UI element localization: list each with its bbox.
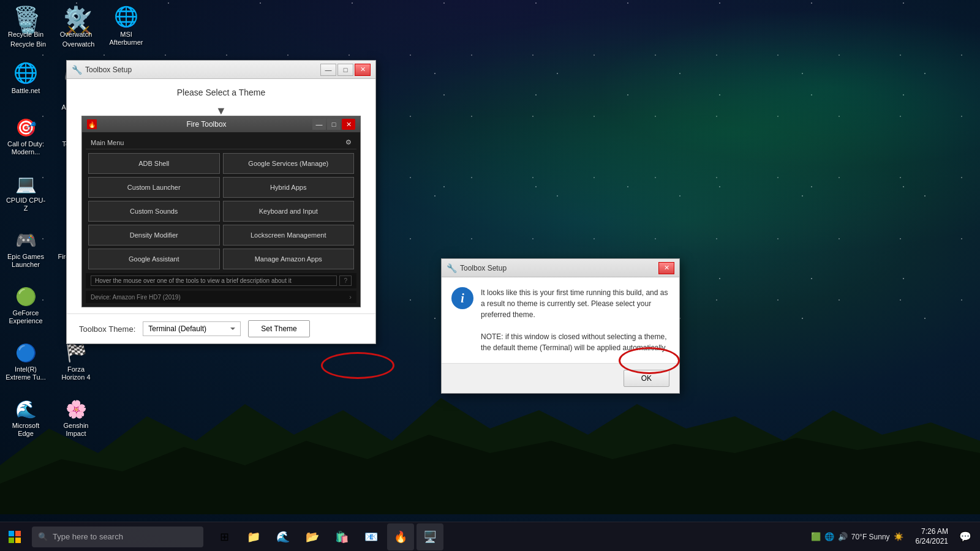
custom-launcher-btn[interactable]: Custom Launcher (88, 177, 220, 198)
epic-img: 🎮 (15, 230, 37, 250)
intel-text: Intel(R) Extreme Tu... (5, 365, 47, 381)
dialog-title: Toolbox Setup (460, 264, 658, 272)
ft-arrow: › (349, 293, 352, 301)
ft-menubar: Main Menu ⚙ (86, 136, 356, 149)
icon-battlenet[interactable]: 🌐 Battle.net (2, 59, 49, 97)
google-services-btn[interactable]: Google Services (Manage) (223, 153, 355, 174)
ft-maximize[interactable]: □ (327, 119, 341, 130)
ft-device-bar: Device: Amazon Fire HD7 (2019) › (86, 291, 356, 303)
ft-controls: — □ ✕ (312, 119, 355, 130)
fire-toolbox-window-title: Fire Toolbox (100, 120, 312, 129)
icon-recycle-bin[interactable]: 🗑️ Recycle Bin (2, 2, 49, 41)
theme-select-titlebar[interactable]: 🔧 Toolbox Setup — □ ✕ (67, 61, 375, 79)
theme-window-title: Toolbox Setup (85, 66, 320, 74)
date-display: 6/24/2021 (916, 537, 948, 547)
svg-rect-4 (9, 538, 14, 543)
battlenet-img: 🌐 (13, 61, 38, 84)
icon-epic[interactable]: 🎮 Epic Games Launcher (2, 228, 49, 271)
icon-edge[interactable]: 🌊 Microsoft Edge (2, 397, 49, 440)
mountains-bg (0, 392, 980, 514)
keyboard-input-btn[interactable]: Keyboard and Input (223, 201, 355, 222)
theme-select-window: 🔧 Toolbox Setup — □ ✕ Please Select a Th… (66, 60, 376, 344)
fire-toolbox-inner-window: 🔥 Fire Toolbox — □ ✕ Main Menu ⚙ (81, 116, 361, 307)
genshin-img: 🌸 (66, 399, 87, 419)
search-text: Type here to search (53, 532, 123, 541)
search-icon: 🔍 (38, 532, 48, 541)
file-explorer-btn[interactable]: 📁 (240, 523, 267, 550)
screen-btn[interactable]: 🖥️ (417, 523, 443, 550)
set-theme-container: Set Theme (248, 320, 309, 337)
lockscreen-btn[interactable]: Lockscreen Management (223, 225, 355, 246)
edge-text: Microsoft Edge (5, 422, 47, 438)
close-btn[interactable]: ✕ (355, 64, 371, 76)
icon-geforce[interactable]: 🟢 GeForce Experience (2, 284, 49, 328)
cursor-indicator: ▼ (216, 105, 227, 113)
dialog-close-btn[interactable]: ✕ (658, 262, 674, 274)
density-modifier-btn[interactable]: Density Modifier (88, 225, 220, 246)
set-theme-btn[interactable]: Set Theme (248, 320, 309, 337)
theme-dropdown[interactable]: Terminal (Default) (143, 321, 241, 336)
google-assistant-btn[interactable]: Google Assistant (88, 249, 220, 269)
overwatch-label: Overwatch (62, 40, 95, 48)
theme-selector-row: Toolbox Theme: Terminal (Default) Set Th… (67, 313, 375, 343)
dialog-footer: OK (442, 363, 679, 393)
fire-toolbox-titlebar[interactable]: 🔥 Fire Toolbox — □ ✕ (82, 116, 360, 132)
recycle-bin-text: Recycle Bin (8, 31, 43, 39)
adb-shell-btn[interactable]: ADB Shell (88, 153, 220, 174)
battlenet-text: Battle.net (12, 87, 40, 95)
icon-genshin[interactable]: 🌸 Genshin Impact (53, 397, 99, 440)
ft-close[interactable]: ✕ (342, 119, 355, 130)
manage-amazon-btn[interactable]: Manage Amazon Apps (223, 249, 355, 269)
icon-intel[interactable]: 🔵 Intel(R) Extreme Tu... (2, 340, 49, 384)
store-btn[interactable]: 🛍️ (328, 523, 355, 550)
geforce-text: GeForce Experience (5, 309, 47, 325)
msi-taskbar-btn[interactable]: 🔥 (387, 523, 414, 550)
cpuid-img: 💻 (15, 174, 37, 194)
ft-minimize[interactable]: — (312, 119, 326, 130)
ft-icon: 🔥 (87, 119, 97, 129)
dialog-titlebar[interactable]: 🔧 Toolbox Setup ✕ (442, 259, 679, 277)
weather-text: 70°F Sunny (851, 533, 890, 541)
icon-cpuid[interactable]: 💻 CPUID CPU-Z (2, 171, 49, 215)
explorer-btn2[interactable]: 📂 (299, 523, 326, 550)
start-button[interactable] (0, 522, 29, 552)
maximize-btn[interactable]: □ (337, 64, 353, 76)
ft-status-text: Hover the mouse over one of the tools to… (91, 276, 337, 286)
theme-window-controls: — □ ✕ (320, 64, 371, 76)
msi-text: MSI Afterburner (105, 31, 147, 47)
genshin-text: Genshin Impact (55, 422, 97, 438)
task-view-btn[interactable]: ⊞ (211, 523, 238, 550)
desktop: 🗑️ Recycle Bin ⚔️ Overwatch 🔥 MSI Afterb… (0, 0, 980, 551)
taskbar-search[interactable]: 🔍 Type here to search (32, 527, 203, 547)
forza-text: Forza Horizon 4 (55, 365, 97, 381)
recycle-bin-img: 🗑️ (13, 5, 38, 28)
taskbar-center-icons: ⊞ 📁 🌊 📂 🛍️ 📧 🔥 🖥️ (211, 523, 443, 550)
dialog-content: i It looks like this is your first time … (442, 277, 679, 363)
custom-sounds-btn[interactable]: Custom Sounds (88, 201, 220, 222)
icon-overwatch[interactable]: ⚙️ Overwatch (53, 2, 99, 41)
taskbar-clock[interactable]: 7:26 AM 6/24/2021 (911, 527, 953, 546)
fire-toolbox-body: Main Menu ⚙ ADB Shell Google Services (M… (82, 132, 360, 307)
mail-btn[interactable]: 📧 (358, 523, 385, 550)
dialog-message-part2: NOTE: if this window is closed without s… (481, 332, 667, 352)
icon-forza[interactable]: 🏁 Forza Horizon 4 (53, 340, 99, 384)
dialog-message: It looks like this is your first time ru… (481, 287, 669, 353)
geforce-img: 🟢 (15, 287, 37, 307)
icon-cod[interactable]: 🎯 Call of Duty: Modern... (2, 115, 49, 159)
time-display: 7:26 AM (916, 527, 948, 537)
ft-status-bar: Hover the mouse over one of the tools to… (86, 273, 356, 288)
icon-msi[interactable]: 🌐 MSI Afterburner (103, 2, 149, 49)
minimize-btn[interactable]: — (320, 64, 336, 76)
ft-device-text: Device: Amazon Fire HD7 (2019) (91, 294, 181, 301)
notification-btn[interactable]: 💬 (956, 531, 975, 542)
hybrid-apps-btn[interactable]: Hybrid Apps (223, 177, 355, 198)
forza-img: 🏁 (66, 343, 87, 363)
dialog-icon: 🔧 (447, 263, 456, 273)
help-icon[interactable]: ? (339, 276, 352, 286)
theme-label: Toolbox Theme: (79, 324, 135, 334)
sun-icon: ☀️ (894, 532, 903, 541)
cod-img: 🎯 (15, 118, 37, 138)
settings-icon[interactable]: ⚙ (345, 138, 352, 146)
edge-taskbar-btn[interactable]: 🌊 (270, 523, 296, 550)
ok-button[interactable]: OK (624, 370, 669, 387)
